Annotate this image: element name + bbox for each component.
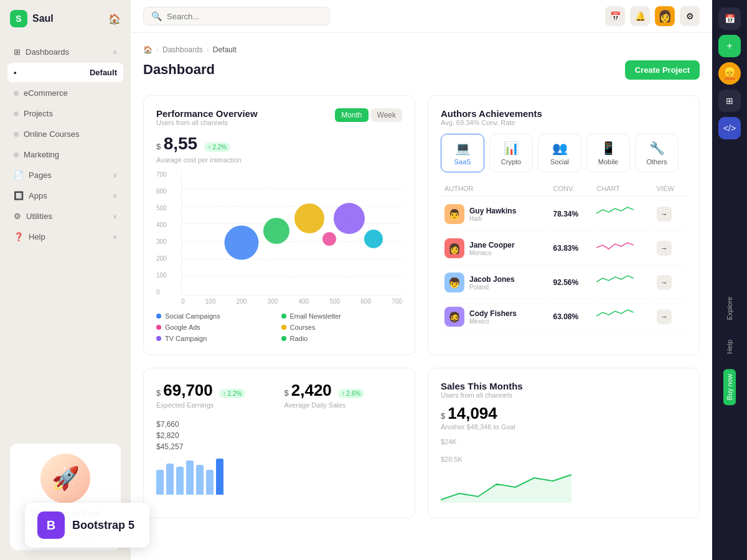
sidebar-item-apps[interactable]: 🔲 Apps ∨ (7, 186, 123, 205)
code-icon[interactable]: </> (718, 117, 741, 139)
search-box[interactable]: 🔍 (143, 7, 330, 26)
bootstrap-icon: B (37, 511, 65, 539)
view-button[interactable]: → (657, 207, 672, 222)
notification-icon[interactable]: 🔔 (630, 6, 650, 26)
crypto-icon: 📊 (504, 141, 519, 156)
sidebar-toggle-icon[interactable]: 🏠 (108, 13, 121, 25)
author-avatar: 👦 (444, 273, 464, 292)
daily-sales-label: Average Daily Sales (284, 401, 403, 409)
user-avatar-right[interactable]: 👱 (718, 62, 741, 85)
tab-saas[interactable]: 💻 SaaS (441, 134, 484, 172)
chart-header: Performance Overview Users from all chan… (156, 108, 402, 126)
bubble-radio (364, 230, 383, 248)
add-btn[interactable]: + (718, 35, 741, 57)
table-row: 🧔 Cody Fishers Mexico 63.08% → (442, 301, 685, 334)
sales-title: Sales This Months (441, 381, 687, 391)
legend-email: Email Newsletter (281, 312, 403, 320)
buynow-tab[interactable]: Buy now (723, 369, 736, 405)
saas-icon: 💻 (455, 141, 471, 156)
user-avatar[interactable]: 👩 (655, 6, 675, 26)
table-row: 👩 Jane Cooper Monaco 63.83% → (442, 232, 685, 265)
home-icon[interactable]: 🏠 (143, 45, 153, 54)
value-row-3: $45,257 (156, 441, 402, 452)
chevron-icon: ∨ (113, 192, 117, 199)
search-input[interactable] (167, 12, 322, 21)
legend-courses: Courses (281, 324, 403, 331)
y-label-205k: $20.5K (441, 455, 687, 463)
sales-subtitle: Users from all channels (441, 391, 687, 399)
mobile-icon: 📱 (601, 141, 616, 156)
logo-icon: S (10, 10, 27, 27)
create-project-button[interactable]: Create Project (625, 60, 700, 80)
author-avatar: 🧔 (444, 307, 464, 327)
bubble-chart-container: 7006005004003002001000 (156, 171, 402, 305)
calendar-icon[interactable]: 📅 (605, 6, 625, 26)
astronaut-illustration: 🚀 (40, 454, 90, 503)
dot-icon (14, 91, 19, 96)
value-row-2: $2,820 (156, 430, 402, 441)
tab-week[interactable]: Week (371, 108, 402, 122)
sidebar-item-pages[interactable]: 📄 Pages ∨ (7, 166, 123, 185)
sales-month-card: Sales This Months Users from all channel… (428, 368, 700, 518)
main-content: 🔍 📅 🔔 👩 ⚙ 🏠 › Dashboards › Default (131, 0, 712, 560)
chart-legend: Social Campaigns Email Newsletter Google… (156, 312, 402, 342)
view-button[interactable]: → (657, 309, 672, 324)
sidebar: S Saul 🏠 ⊞ Dashboards ∧ Default eCommerc… (0, 0, 131, 560)
tab-social[interactable]: 👥 Social (538, 134, 581, 172)
authors-card: Authors Achievements Avg. 69.34% Conv. R… (428, 95, 700, 355)
tab-mobile[interactable]: 📱 Mobile (586, 134, 630, 172)
tab-group: Month Week (335, 108, 402, 122)
expected-earnings: $ 69,700 ↑ 2.2% Expected Earnings (156, 381, 275, 409)
daily-sales-value: 2,420 (291, 381, 332, 400)
sidebar-item-ecommerce[interactable]: eCommerce (7, 83, 123, 103)
view-button[interactable]: → (657, 275, 672, 290)
daily-sales-badge: ↑ 2.6% (338, 389, 365, 398)
mini-chart (596, 240, 634, 255)
sidebar-item-online-courses[interactable]: Online Courses (7, 124, 123, 144)
bar (196, 465, 204, 495)
value-row-1: $7,660 (156, 419, 402, 430)
conv-rate: 92.56% (550, 266, 593, 299)
others-icon: 🔧 (649, 141, 665, 156)
table-row: 👦 Jacob Jones Poland 92.56% → (442, 266, 685, 299)
sidebar-item-utilities[interactable]: ⚙ Utilities ∨ (7, 207, 123, 226)
logo: S Saul (10, 10, 54, 27)
view-button[interactable]: → (657, 241, 672, 256)
explore-tab[interactable]: Explore (723, 292, 736, 325)
daily-sales: $ 2,420 ↑ 2.6% Average Daily Sales (284, 381, 403, 409)
breadcrumb-current: Default (213, 45, 237, 54)
mini-chart (596, 274, 634, 289)
tab-month[interactable]: Month (335, 108, 368, 122)
sidebar-item-help[interactable]: ❓ Help ∨ (7, 227, 123, 246)
tab-crypto[interactable]: 📊 Crypto (489, 134, 533, 172)
sidebar-item-marketing[interactable]: Marketing (7, 145, 123, 164)
sidebar-item-default[interactable]: Default (7, 63, 123, 82)
author-avatar: 👩 (444, 238, 464, 258)
help-tab[interactable]: Help (723, 335, 736, 359)
calendar-btn[interactable]: 📅 (718, 7, 741, 30)
bubble-google (294, 203, 324, 233)
legend-social: Social Campaigns (156, 312, 278, 320)
dot-icon (14, 132, 19, 137)
settings-icon[interactable]: ⚙ (680, 6, 700, 26)
conv-rate: 63.08% (550, 301, 593, 334)
chevron-icon: ∧ (113, 49, 117, 55)
grid-icon[interactable]: ⊞ (718, 90, 741, 112)
sidebar-header: S Saul 🏠 (0, 0, 131, 37)
chart-subtitle: Users from all channels (156, 119, 258, 126)
search-icon: 🔍 (151, 11, 162, 21)
chevron-icon: ∨ (113, 233, 117, 240)
y-axis: 7006005004003002001000 (156, 171, 167, 296)
bar (206, 470, 214, 495)
breadcrumb-dashboards[interactable]: Dashboards (162, 45, 203, 54)
breadcrumb: 🏠 › Dashboards › Default (143, 45, 237, 54)
utilities-icon: ⚙ (14, 212, 21, 221)
tab-others[interactable]: 🔧 Others (635, 134, 679, 172)
bar-active (216, 459, 223, 495)
sidebar-item-projects[interactable]: Projects (7, 104, 123, 123)
sidebar-item-dashboards[interactable]: ⊞ Dashboards ∧ (7, 42, 123, 62)
author-avatar: 👨 (444, 204, 464, 224)
bar (186, 460, 194, 495)
bubble-courses (322, 232, 336, 246)
bootstrap-overlay: B Bootstrap 5 (25, 503, 149, 548)
